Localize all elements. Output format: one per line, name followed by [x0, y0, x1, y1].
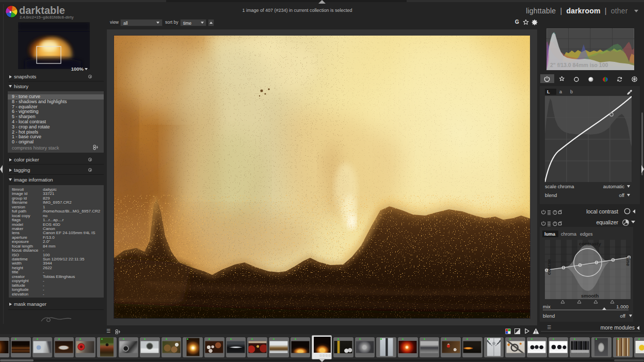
svg-text:fine: fine	[625, 257, 631, 266]
svg-text:2ʺ f/13.0 84mm iso 100: 2ʺ f/13.0 84mm iso 100	[550, 62, 608, 68]
svg-text:coarse: coarse	[546, 259, 552, 275]
svg-text:smooth: smooth	[581, 293, 599, 299]
svg-text:contrasty: contrasty	[579, 241, 601, 246]
